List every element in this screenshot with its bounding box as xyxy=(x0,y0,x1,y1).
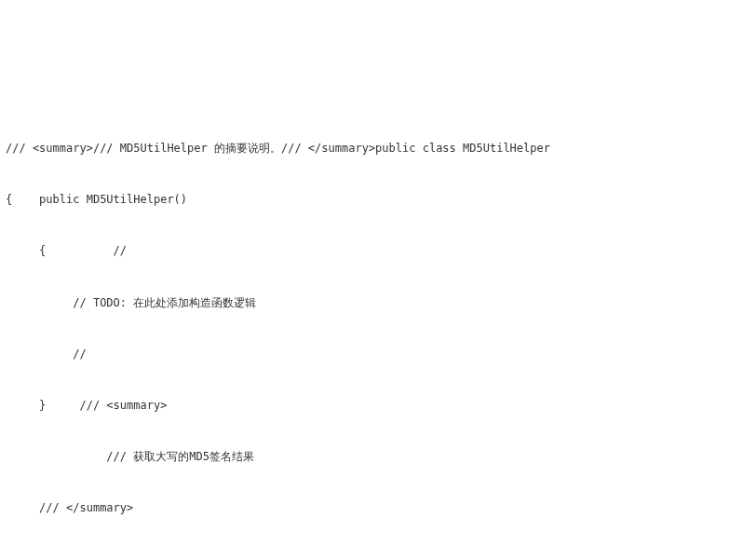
code-block: /// <summary>/// MD5UtilHelper 的摘要说明。///… xyxy=(6,110,750,545)
code-line: // TODO: 在此处添加构造函数逻辑 xyxy=(6,291,750,317)
code-line: /// <summary>/// MD5UtilHelper 的摘要说明。///… xyxy=(6,136,750,162)
code-line: { // xyxy=(6,238,750,265)
code-line: // xyxy=(6,342,750,368)
code-line: { public MD5UtilHelper() xyxy=(6,187,750,213)
code-line: /// 获取大写的MD5签名结果 xyxy=(6,444,750,470)
code-line: } /// <summary> xyxy=(6,393,750,419)
code-line: /// </summary> xyxy=(6,496,750,522)
